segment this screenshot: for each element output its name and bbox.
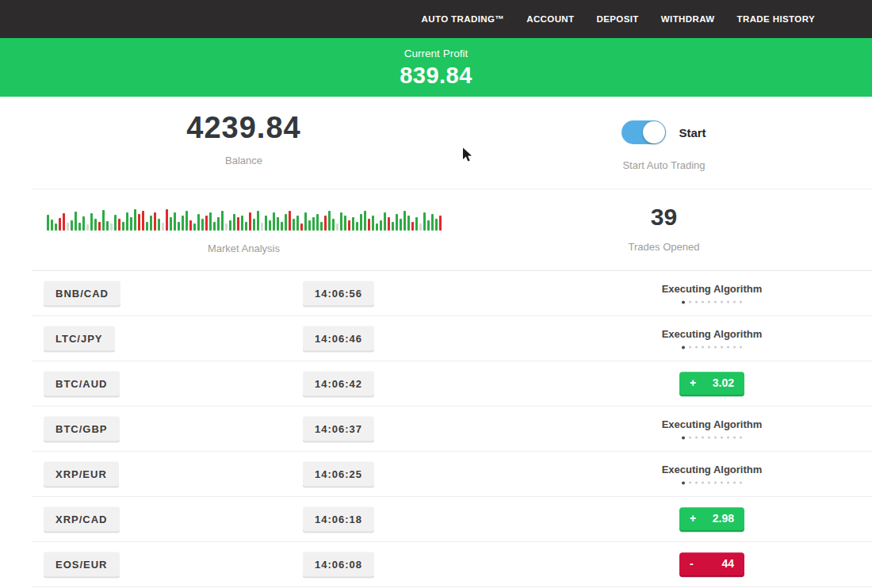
overview-bottom-section: Market Analysis 39 Trades Opened: [32, 189, 872, 270]
chart-bar: [225, 223, 228, 231]
time-cell: 14:06:42: [279, 372, 398, 396]
chart-bar: [320, 222, 323, 231]
chart-bar: [392, 222, 394, 231]
time-cell: 14:06:37: [279, 417, 398, 441]
chart-bar: [312, 217, 315, 231]
executing-label: Executing Algorithm: [662, 464, 763, 475]
chart-bar: [185, 211, 188, 231]
result-sign: +: [690, 377, 696, 389]
time-badge: 14:06:46: [303, 326, 374, 351]
chart-bar: [154, 212, 156, 231]
loading-dot: [695, 482, 698, 484]
executing-label: Executing Algorithm: [662, 418, 763, 430]
pair-cell: BTC/GBP: [44, 417, 120, 441]
trade-row: BNB/CAD14:06:56Executing Algorithm: [32, 271, 872, 316]
chart-bar: [403, 211, 406, 231]
loading-dot: [695, 301, 698, 304]
chart-bar: [178, 222, 180, 231]
chart-bar: [423, 212, 426, 231]
chart-bar: [360, 214, 362, 231]
chart-bar: [134, 209, 136, 231]
nav-item[interactable]: WITHDRAW: [661, 14, 715, 24]
trades-table: BNB/CAD14:06:56Executing AlgorithmLTC/JP…: [32, 270, 872, 587]
chart-bar: [304, 212, 307, 231]
chart-bar: [273, 212, 275, 231]
chart-bar: [388, 217, 390, 231]
pair-cell: LTC/JPY: [44, 326, 115, 351]
chart-bar: [300, 223, 303, 231]
executing-label: Executing Algorithm: [662, 283, 763, 295]
chart-bar: [162, 223, 164, 231]
result-badge: -44: [679, 552, 744, 575]
chart-bar: [296, 216, 299, 231]
chart-bar: [316, 214, 319, 231]
chart-bar: [336, 223, 338, 231]
chart-bar: [94, 219, 97, 231]
nav-item[interactable]: TRADE HISTORY: [737, 14, 816, 24]
trade-row: XRP/EUR14:06:25Executing Algorithm: [32, 452, 872, 497]
chart-bar: [285, 214, 287, 231]
trades-opened-block: 39 Trades Opened: [456, 189, 872, 270]
loading-dot: [702, 437, 704, 439]
status-cell: +2.98: [553, 507, 870, 530]
chart-bar: [340, 212, 342, 231]
chart-bar: [51, 220, 53, 231]
profit-banner: Current Profit 839.84: [0, 38, 872, 97]
pair-cell: XRP/EUR: [44, 462, 119, 487]
loading-dot: [714, 346, 717, 349]
profit-value: 839.84: [400, 63, 472, 89]
chart-bar: [47, 215, 49, 231]
pair-badge: BTC/AUD: [44, 372, 120, 396]
chart-bar: [348, 220, 350, 231]
trade-row: BTC/GBP14:06:37Executing Algorithm: [32, 407, 872, 452]
loading-dot: [721, 437, 723, 439]
loading-dots: [682, 481, 742, 485]
executing-label: Executing Algorithm: [662, 328, 763, 340]
result-badge: +3.02: [679, 372, 744, 395]
auto-trading-toggle[interactable]: [621, 120, 666, 144]
chart-bar: [55, 223, 57, 231]
chart-bar: [98, 222, 101, 231]
nav-item[interactable]: AUTO TRADING™: [422, 14, 505, 24]
chart-bar: [253, 219, 255, 231]
time-badge: 14:06:42: [303, 372, 374, 396]
loading-dot: [714, 437, 717, 439]
pair-badge: XRP/EUR: [44, 462, 119, 487]
chart-bar: [289, 211, 291, 231]
chart-bar: [380, 220, 382, 231]
pair-badge: LTC/JPY: [44, 326, 115, 351]
chart-bar: [189, 220, 192, 231]
chart-bar: [130, 217, 132, 231]
balance-block: 4239.84 Balance: [32, 97, 456, 189]
loading-dot: [733, 482, 736, 484]
trades-opened-label: Trades Opened: [629, 241, 700, 253]
time-cell: 14:06:25: [279, 462, 398, 487]
loading-dot: [727, 482, 729, 484]
market-analysis-chart: [47, 205, 442, 231]
chart-bar: [435, 219, 438, 231]
chart-bar: [400, 219, 402, 231]
chart-bar: [356, 222, 358, 231]
chart-bar: [75, 212, 77, 231]
chart-bar: [364, 211, 366, 231]
loading-dot: [682, 346, 685, 349]
chart-bar: [344, 216, 346, 231]
nav-item[interactable]: ACCOUNT: [526, 14, 574, 24]
chart-bar: [233, 214, 235, 231]
loading-dots: [682, 436, 742, 440]
chart-bar: [205, 216, 208, 231]
loading-dot: [740, 482, 742, 484]
loading-dot: [702, 346, 704, 349]
balance-value: 4239.84: [186, 113, 300, 143]
chart-bar: [384, 212, 386, 231]
time-cell: 14:06:46: [279, 326, 398, 351]
chart-bar: [110, 223, 113, 231]
chart-bar: [427, 220, 430, 231]
loading-dot: [708, 346, 710, 349]
loading-dot: [740, 301, 742, 304]
nav-item[interactable]: DEPOSIT: [597, 14, 639, 24]
chart-bar: [193, 223, 196, 231]
chart-bar: [411, 222, 414, 231]
result-sign: +: [690, 513, 696, 525]
pair-cell: XRP/CAD: [44, 507, 120, 532]
